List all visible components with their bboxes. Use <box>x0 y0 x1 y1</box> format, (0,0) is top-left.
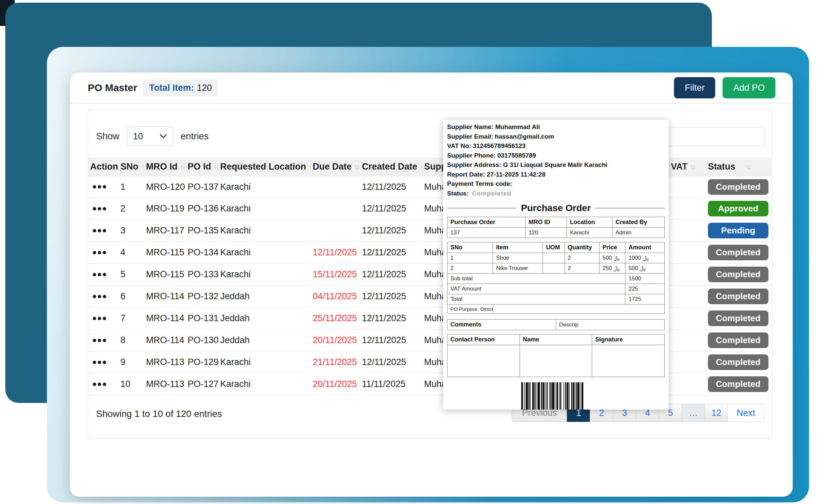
row-due-date: 04/11/2025 <box>311 291 360 302</box>
row-action-cell <box>88 361 118 364</box>
row-location: Karachi <box>218 182 311 192</box>
row-created-date: 11/11/2025 <box>360 379 422 389</box>
row-mro-id: MRO-114 <box>144 291 186 302</box>
row-mro-id: MRO-120 <box>144 182 186 192</box>
supplier-info-line: Report Date: 27-11-2025 11:42:28 <box>447 170 665 180</box>
pagination-page-12[interactable]: 12 <box>705 404 728 422</box>
summary-value: 1500 <box>625 274 665 284</box>
row-mro-id: MRO-119 <box>144 203 186 214</box>
row-actions-menu-icon[interactable] <box>90 317 118 320</box>
sort-icon: ↑↓ <box>213 163 218 171</box>
items-header: Amount <box>625 242 665 253</box>
column-header-sno[interactable]: SNo↑↓ <box>118 162 144 172</box>
item-cell: Nike Trouser <box>493 263 543 274</box>
item-cell: 1000 ﷼ <box>625 253 665 263</box>
row-action-cell <box>88 383 118 386</box>
column-label: Action <box>90 162 118 172</box>
column-header-created-date[interactable]: Created Date↑↓ <box>360 162 422 172</box>
table-row: 2MRO-119PO-136Karachi12/11/2025Muhammad … <box>88 198 771 220</box>
title-rule-left <box>447 208 516 208</box>
showing-entries-text: Showing 1 to 10 of 120 entries <box>96 409 222 419</box>
column-header-due-date[interactable]: Due Date↑↓ <box>311 162 360 172</box>
row-po-id: PO-136 <box>186 203 218 214</box>
table-row: 4MRO-115PO-134Karachi12/11/202512/11/202… <box>88 242 771 264</box>
summary-label: VAT Amount <box>448 284 625 294</box>
row-due-date: 20/11/2025 <box>311 335 360 345</box>
barcode-image <box>521 382 591 410</box>
supplier-info-line: Status:Compeleted <box>447 189 665 198</box>
row-actions-menu-icon[interactable] <box>90 361 118 364</box>
po-signature-table: Contact PersonNameSignature <box>447 334 665 377</box>
column-header-mro-id[interactable]: MRO Id↑↓ <box>144 162 186 172</box>
row-sno: 9 <box>118 357 144 367</box>
supplier-info-value: 03175585789 <box>496 152 536 159</box>
row-po-id: PO-127 <box>186 379 218 389</box>
page-title: PO Master <box>88 82 137 93</box>
row-actions-menu-icon[interactable] <box>90 207 118 210</box>
status-badge: Completed <box>708 376 768 392</box>
row-mro-id: MRO-115 <box>144 247 186 258</box>
add-po-button[interactable]: Add PO <box>723 77 775 98</box>
row-location: Karachi <box>218 225 311 236</box>
row-status: Completed <box>706 289 771 304</box>
row-status: Completed <box>706 267 771 282</box>
summary-label: Sub total <box>448 274 625 284</box>
row-due-date: 15/11/2025 <box>311 269 360 280</box>
row-sno: 1 <box>118 182 144 192</box>
supplier-info-value: hassan@gmail.com <box>493 133 554 140</box>
column-label: MRO Id <box>146 162 178 172</box>
sort-icon: ↑↓ <box>141 163 144 171</box>
supplier-info-line: Supplier Phone: 03175585789 <box>447 151 665 161</box>
row-actions-menu-icon[interactable] <box>90 185 118 189</box>
row-mro-id: MRO-114 <box>144 313 186 323</box>
row-sno: 7 <box>118 313 144 323</box>
sort-icon: ↑↓ <box>420 163 422 171</box>
row-sno: 8 <box>118 335 144 345</box>
table-row: 7MRO-114PO-131Jeddah25/11/202512/11/2025… <box>88 308 771 329</box>
status-badge: Completed <box>708 311 768 326</box>
row-po-id: PO-131 <box>186 313 218 323</box>
row-actions-menu-icon[interactable] <box>90 339 118 342</box>
barcode-container <box>447 382 665 410</box>
row-location: Jeddah <box>218 291 311 302</box>
column-header-requested-location[interactable]: Requested Location↑↓ <box>218 162 311 172</box>
po-table: Action↑↓SNo↑↓MRO Id↑↓PO Id↑↓Requested Lo… <box>88 158 771 395</box>
item-cell: 2 <box>565 253 599 263</box>
row-po-id: PO-133 <box>186 269 218 280</box>
table-row: 9MRO-113PO-129Karachi21/11/202512/11/202… <box>88 351 771 373</box>
card-header: PO Master Total Item: 120 Filter Add PO <box>70 72 793 104</box>
status-badge: Completed <box>708 245 768 260</box>
row-mro-id: MRO-117 <box>144 225 186 236</box>
column-header-status[interactable]: Status↑↓ <box>706 162 771 172</box>
filter-button[interactable]: Filter <box>674 77 715 98</box>
item-cell <box>543 253 565 263</box>
row-actions-menu-icon[interactable] <box>90 383 118 386</box>
row-actions-menu-icon[interactable] <box>90 273 118 276</box>
items-header: UOM <box>543 242 565 253</box>
column-label: PO Id <box>188 162 211 172</box>
po-purpose-value <box>493 305 665 314</box>
table-row: 6MRO-114PO-132Jeddah04/11/202512/11/2025… <box>88 286 771 308</box>
item-cell <box>543 263 565 274</box>
row-mro-id: MRO-114 <box>144 335 186 345</box>
row-actions-menu-icon[interactable] <box>90 295 118 298</box>
row-created-date: 12/11/2025 <box>360 335 422 345</box>
row-sno: 6 <box>118 291 144 302</box>
column-header-action[interactable]: Action↑↓ <box>88 162 118 172</box>
table-body: 1MRO-120PO-137Karachi12/11/2025Muhammad … <box>88 176 771 395</box>
row-actions-menu-icon[interactable] <box>90 251 118 254</box>
row-mro-id: MRO-115 <box>144 269 186 280</box>
table-row: 1MRO-120PO-137Karachi12/11/2025Muhammad … <box>88 176 771 198</box>
page-size-select[interactable]: 10 <box>127 127 173 146</box>
signature-header: Signature <box>592 334 665 345</box>
row-location: Karachi <box>218 203 311 214</box>
column-header-po-id[interactable]: PO Id↑↓ <box>186 162 218 172</box>
total-item-value: 120 <box>197 83 212 93</box>
row-actions-menu-icon[interactable] <box>90 229 118 232</box>
sort-icon: ↑↓ <box>308 163 311 171</box>
supplier-info-line: Supplier Email: hassan@gmail.com <box>447 132 665 142</box>
entries-label: entries <box>181 131 208 142</box>
pagination-next[interactable]: Next <box>728 404 764 422</box>
supplier-info-label: Supplier Address: <box>447 161 501 168</box>
supplier-info-label: Report Date: <box>447 171 485 178</box>
